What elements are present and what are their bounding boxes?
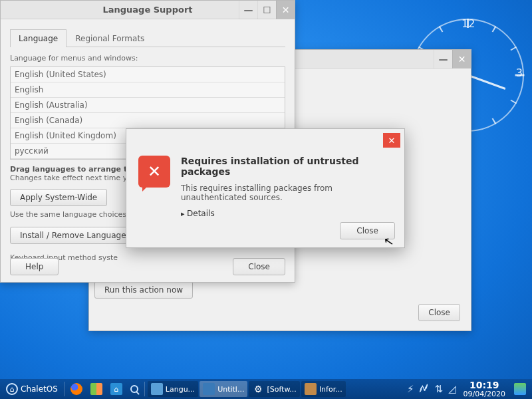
help-button[interactable]: Help xyxy=(10,258,59,275)
install-remove-languages-button[interactable]: Install / Remove Languages. xyxy=(10,227,143,244)
taskbar-window-untitled[interactable]: Untitl... xyxy=(200,381,247,397)
network-icon[interactable]: ⇅ xyxy=(432,383,445,395)
start-menu-button[interactable]: ⌂ ChaletOS xyxy=(3,381,61,397)
taskbar-clock[interactable]: 10:19 09/04/2020 xyxy=(460,380,509,398)
start-label: ChaletOS xyxy=(21,384,58,394)
error-icon: ✕ xyxy=(138,156,170,188)
search-icon xyxy=(130,385,138,393)
taskbar: ⌂ ChaletOS ⌂ Langu... Untitl... ⚙[Softw.… xyxy=(0,379,532,399)
launcher-search[interactable] xyxy=(127,381,142,397)
window-icon xyxy=(151,383,163,395)
files-icon xyxy=(90,383,102,395)
taskbar-window-language[interactable]: Langu... xyxy=(148,381,198,397)
window-title: Language Support xyxy=(102,5,192,15)
minimize-button[interactable]: — xyxy=(434,50,452,68)
apply-system-wide-button[interactable]: Apply System-Wide xyxy=(10,189,107,206)
dialog-title: Requires installation of untrusted packa… xyxy=(181,156,392,177)
taskbar-date: 09/04/2020 xyxy=(464,390,505,398)
details-expander[interactable]: Details xyxy=(181,209,392,218)
taskbar-window-software[interactable]: ⚙[Softw... xyxy=(249,381,299,397)
home-icon: ⌂ xyxy=(6,383,18,395)
close-button-footer[interactable]: Close xyxy=(418,304,460,321)
language-row[interactable]: English (Australia) xyxy=(11,98,285,113)
launcher-files[interactable] xyxy=(87,381,106,397)
launcher-firefox[interactable] xyxy=(67,381,86,397)
tab-bar: Language Regional Formats xyxy=(10,29,285,47)
language-row[interactable]: English (United States) xyxy=(11,67,285,82)
tab-language[interactable]: Language xyxy=(10,29,66,47)
taskbar-time: 10:19 xyxy=(464,380,505,390)
wifi-icon[interactable]: ◿ xyxy=(446,383,458,395)
dialog-untrusted-packages: ✕ ✕ Requires installation of untrusted p… xyxy=(126,128,405,248)
window-icon xyxy=(203,383,215,395)
language-row[interactable]: English xyxy=(11,82,285,98)
launcher-web[interactable]: ⌂ xyxy=(107,381,126,397)
charge-icon[interactable]: 🗲 xyxy=(417,383,431,395)
close-button[interactable]: ✕ xyxy=(452,50,471,68)
desktop-icon xyxy=(514,383,526,395)
firefox-icon xyxy=(70,383,82,395)
maximize-button[interactable]: ☐ xyxy=(257,1,276,19)
language-section-label: Language for menus and windows: xyxy=(10,54,285,64)
dialog-message: This requires installing packages from u… xyxy=(181,184,392,202)
globe-icon: ⌂ xyxy=(110,383,122,395)
run-action-button[interactable]: Run this action now xyxy=(94,281,193,299)
close-button[interactable]: ✕ xyxy=(276,1,295,19)
close-button-footer[interactable]: Close xyxy=(233,258,285,275)
clock-num-3: 3 xyxy=(516,66,523,79)
titlebar[interactable]: Language Support — ☐ ✕ xyxy=(1,1,295,19)
clock-num-12: 12 xyxy=(462,17,475,30)
tab-regional-formats[interactable]: Regional Formats xyxy=(66,29,153,47)
gear-icon: ⚙ xyxy=(252,383,264,395)
dialog-close-button[interactable]: Close xyxy=(340,222,395,239)
dialog-close-x[interactable]: ✕ xyxy=(383,133,400,148)
package-icon xyxy=(305,383,317,395)
minimize-button[interactable]: — xyxy=(239,1,257,19)
taskbar-window-info[interactable]: Infor... xyxy=(301,381,346,397)
language-row[interactable]: English (Canada) xyxy=(11,113,285,128)
show-desktop-button[interactable] xyxy=(511,381,529,397)
power-icon[interactable]: ⚡ xyxy=(405,383,416,395)
